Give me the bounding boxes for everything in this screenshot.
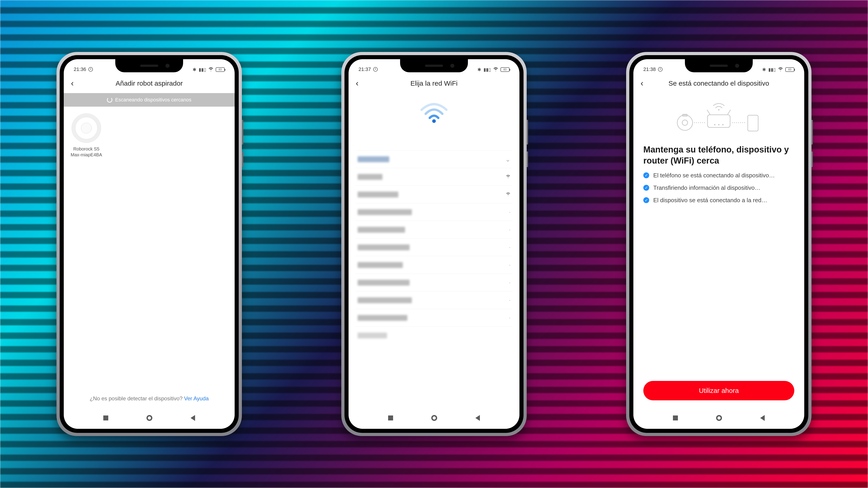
ssid-redacted (358, 192, 398, 197)
wifi-signal-weak-icon: · (509, 227, 510, 232)
nav-recent-icon[interactable] (103, 416, 108, 420)
ssid-redacted (358, 280, 410, 286)
wifi-signal-weak-icon: · (509, 209, 510, 215)
bluetooth-icon: ✱ (477, 67, 481, 72)
signal-icon: ▮▮▯ (484, 67, 491, 72)
spinner-icon (107, 97, 112, 103)
notch (115, 59, 183, 72)
bluetooth-icon: ✱ (762, 67, 766, 72)
svg-line-4 (727, 110, 731, 115)
android-navbar (64, 407, 235, 429)
page-title: Elija la red WiFi (410, 79, 458, 87)
page-header: ‹ Añadir robot aspirador (64, 74, 235, 93)
ssid-redacted (358, 332, 387, 338)
connection-diagram (633, 93, 804, 140)
phone-row: 21:36 ✱ ▮▮▯ 83 ‹ Añadir robot aspirador (57, 52, 811, 436)
check-icon: ✓ (643, 185, 649, 191)
wifi-row[interactable] (355, 327, 513, 344)
phone-3: 21:38 ✱ ▮▮▯ 83 ‹ Se está conectando el (626, 52, 811, 436)
wifi-signal-weak-icon: · (509, 245, 510, 250)
ssid-redacted (358, 209, 412, 215)
wifi-signal-icon (506, 192, 510, 197)
alarm-icon (373, 67, 378, 72)
ssid-redacted (358, 245, 410, 250)
svg-point-6 (718, 124, 719, 125)
hardware-buttons (527, 120, 528, 167)
wifi-status-icon (493, 67, 498, 72)
wifi-row[interactable]: · (355, 274, 513, 291)
svg-point-7 (722, 124, 723, 125)
battery-icon: 83 (500, 67, 509, 72)
page-header: ‹ Elija la red WiFi (348, 74, 520, 93)
back-button[interactable]: ‹ (356, 79, 359, 88)
back-button[interactable]: ‹ (641, 79, 643, 88)
nav-back-icon[interactable] (475, 415, 480, 421)
check-icon: ✓ (643, 197, 649, 203)
status-time: 21:37 (359, 66, 371, 72)
wifi-row[interactable]: · (355, 203, 513, 221)
ssid-redacted (358, 315, 407, 321)
status-time: 21:38 (643, 66, 656, 72)
wifi-row[interactable] (355, 168, 513, 186)
android-navbar (348, 407, 520, 429)
scanning-banner: Escaneando dispositivos cercanos (64, 93, 235, 107)
svg-point-5 (714, 124, 715, 125)
battery-icon: 83 (785, 67, 794, 72)
wifi-list: ⌄ (348, 151, 520, 344)
nav-home-icon[interactable] (431, 415, 437, 421)
back-button[interactable]: ‹ (71, 79, 74, 88)
wifi-status-icon (778, 67, 783, 72)
page-title: Añadir robot aspirador (116, 79, 183, 87)
use-now-button[interactable]: Utilizar ahora (643, 381, 794, 400)
hardware-buttons (811, 120, 813, 167)
ssid-redacted (358, 156, 389, 162)
svg-point-9 (682, 120, 688, 125)
alarm-icon (88, 67, 93, 72)
svg-point-1 (718, 109, 719, 110)
svg-line-3 (707, 110, 710, 115)
android-navbar (633, 407, 804, 429)
wifi-row[interactable]: · (355, 291, 513, 309)
wifi-hero-icon (348, 93, 520, 151)
step-text: El teléfono se está conectando al dispos… (653, 172, 775, 179)
phone-2: 21:37 ✱ ▮▮▯ 83 ‹ Elija la red WiFi (341, 52, 527, 436)
help-line: ¿No es posible detectar el dispositivo? … (64, 395, 235, 402)
wifi-row[interactable]: · (355, 221, 513, 238)
step-text: Transfiriendo información al dispositivo… (653, 184, 761, 191)
check-icon: ✓ (643, 172, 649, 178)
wifi-row-selected[interactable]: ⌄ (355, 151, 513, 168)
phone-1: 21:36 ✱ ▮▮▯ 83 ‹ Añadir robot aspirador (57, 52, 242, 436)
status-time: 21:36 (74, 66, 86, 72)
wifi-row[interactable]: · (355, 256, 513, 274)
signal-icon: ▮▮▯ (199, 67, 206, 72)
nav-back-icon[interactable] (191, 415, 195, 421)
wifi-row[interactable]: · (355, 309, 513, 327)
wifi-status-icon (209, 67, 213, 72)
nav-recent-icon[interactable] (388, 416, 393, 420)
wifi-signal-icon (506, 174, 510, 180)
wifi-row[interactable]: · (355, 238, 513, 256)
step-item: ✓ Transfiriendo información al dispositi… (643, 184, 794, 191)
alarm-icon (658, 67, 662, 72)
nav-home-icon[interactable] (147, 415, 152, 421)
nav-home-icon[interactable] (716, 415, 722, 421)
hardware-buttons (242, 120, 243, 167)
nav-back-icon[interactable] (760, 415, 765, 421)
svg-point-8 (677, 115, 692, 130)
wifi-signal-weak-icon: · (509, 297, 510, 303)
notch (685, 59, 753, 72)
bluetooth-icon: ✱ (193, 67, 196, 72)
notch (400, 59, 468, 72)
battery-icon: 83 (216, 67, 225, 72)
help-link[interactable]: Ver Ayuda (184, 395, 209, 401)
wifi-signal-weak-icon: · (509, 262, 510, 267)
ssid-redacted (358, 174, 382, 180)
page-header: ‹ Se está conectando el dispositivo (633, 74, 804, 93)
steps-list: ✓ El teléfono se está conectando al disp… (633, 172, 804, 204)
device-item[interactable]: Roborock S5 Max-miapE4BA (64, 107, 109, 158)
wifi-row[interactable] (355, 186, 513, 203)
nav-recent-icon[interactable] (673, 416, 678, 420)
svg-point-0 (432, 119, 436, 123)
ssid-redacted (358, 297, 412, 303)
robot-vacuum-icon (72, 113, 101, 143)
